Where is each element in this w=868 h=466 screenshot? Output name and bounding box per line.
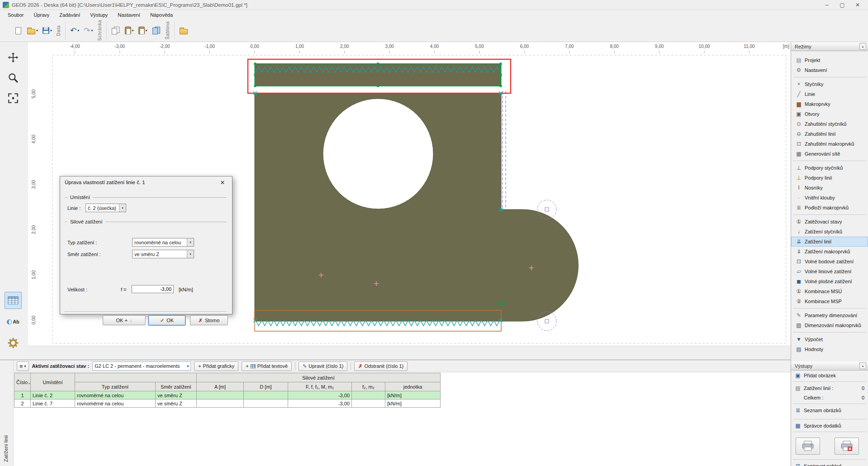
cell-d[interactable] — [244, 391, 288, 399]
pan-tool-button[interactable] — [5, 49, 22, 66]
col-header-smer[interactable]: Směr zatížení — [156, 382, 197, 391]
close-icon[interactable]: ✕ — [850, 0, 865, 10]
table-view-button[interactable] — [5, 292, 22, 309]
cell-a[interactable] — [197, 399, 244, 408]
chevron-down-icon[interactable]: ▾ — [146, 29, 147, 33]
sidebar-item-load-line[interactable]: ⇊Zatížení linií — [791, 237, 868, 247]
edit-button[interactable]: ✎ Upravit (číslo 1) — [299, 361, 347, 371]
copy-button[interactable] — [109, 21, 122, 40]
dialog-titlebar[interactable]: Úprava vlastností zatížení linie č. 1 ✕ — [60, 176, 232, 188]
sidebar-item-load-joint[interactable]: ↓Zatížení styčníků — [791, 227, 868, 237]
cell-j[interactable]: [kN/m] — [385, 399, 441, 408]
cell-a[interactable] — [197, 391, 244, 399]
drawing-settings-button[interactable] — [5, 334, 22, 352]
annotation-view-button[interactable]: Ab — [5, 313, 22, 330]
redo-button[interactable]: ↷▾ — [82, 21, 95, 40]
sidebar-item-hinge[interactable]: ∙Vnitřní klouby — [791, 193, 868, 203]
remove-button[interactable]: ✗ Odstranit (číslo 1) — [354, 361, 408, 371]
sidebar-item-mesh[interactable]: ▦Generování sítě — [791, 149, 868, 159]
cell-c[interactable]: 2 — [14, 399, 31, 408]
table-row[interactable]: 1Linie č. 2rovnoměrné na celouve směru Z… — [14, 391, 441, 399]
sidebar-item-project[interactable]: ▤Projekt — [791, 55, 868, 65]
sidebar-item-joints[interactable]: ×Styčníky — [791, 79, 868, 89]
open-file-button[interactable]: ▾ — [25, 21, 40, 40]
picture-list-button[interactable]: ≣ Seznam obrázků — [791, 405, 868, 415]
magnitude-input[interactable] — [132, 285, 174, 293]
sidebar-item-support-line[interactable]: ⊥Podpory linií — [791, 173, 868, 183]
sidebar-item-design-macro[interactable]: ▨Dimenzování makroprvků — [791, 320, 868, 330]
cell-f2[interactable] — [352, 391, 385, 399]
template-open-button[interactable] — [177, 21, 190, 40]
print-button[interactable] — [796, 437, 820, 455]
cell-f[interactable]: -3,00 — [288, 399, 352, 408]
sidebar-item-opening[interactable]: ▣Otvory — [791, 109, 868, 119]
active-load-case-select[interactable]: G2 LC 2 - permanent - macroelements ▾ — [92, 361, 191, 371]
menu-nastaveni[interactable]: Nastavení — [113, 11, 145, 19]
fit-view-button[interactable] — [5, 90, 22, 107]
cell-f[interactable]: -3,00 — [288, 391, 352, 399]
col-header-typ[interactable]: Typ zatížení — [75, 382, 156, 391]
col-header-umisteni[interactable]: Umístění — [31, 373, 75, 391]
sidebar-item-combo2[interactable]: ②Kombinace MSP — [791, 296, 868, 306]
sidebar-item-combo1[interactable]: ①Kombinace MSÚ — [791, 286, 868, 296]
line-select[interactable]: č. 2 (úsečka) ▾ — [85, 204, 126, 212]
add-picture-button[interactable]: ▣ Přidat obrázek — [791, 371, 868, 380]
ok-plus-button[interactable]: OK + ↓ — [103, 315, 146, 325]
col-header-f[interactable]: F, f, f₁, M, m₁ — [288, 382, 352, 391]
add-graphically-button[interactable]: + Přidat graficky — [194, 361, 238, 371]
new-file-button[interactable] — [12, 21, 24, 40]
paste-button[interactable]: ▾ — [123, 21, 136, 40]
sidebar-item-beam[interactable]: ⅠNosníky — [791, 183, 868, 193]
cell-f2[interactable] — [352, 399, 385, 408]
sidebar-item-free-line[interactable]: ▱Volné liniové zatížení — [791, 266, 868, 276]
chevron-down-icon[interactable]: ▾ — [36, 29, 38, 33]
cell-t[interactable]: rovnoměrné na celou — [75, 399, 156, 408]
annex-manager-button[interactable]: ▦ Správce dodatků — [791, 421, 868, 430]
close-icon[interactable]: ✕ — [218, 179, 228, 186]
col-header-a[interactable]: A [m] — [197, 382, 244, 391]
undo-button[interactable]: ↶▾ — [68, 21, 81, 40]
sidebar-item-refine-line[interactable]: ⊖Zahuštění linií — [791, 129, 868, 139]
sidebar-item-refine-joint[interactable]: ⊙Zahuštění styčníků — [791, 119, 868, 129]
menu-zadavani[interactable]: Zadávání — [54, 11, 85, 19]
sidebar-item-analysis[interactable]: ▼Výpočet — [791, 334, 868, 344]
chevron-up-icon[interactable]: ▴ — [859, 43, 866, 50]
sidebar-item-loadcase[interactable]: ①Zatěžovací stavy — [791, 217, 868, 227]
sidebar-item-refine-macro[interactable]: ⊡Zahuštění makroprvků — [791, 139, 868, 149]
menu-napoveda[interactable]: Nápověda — [145, 11, 178, 19]
chevron-down-icon[interactable]: ▾ — [91, 29, 93, 33]
cell-c[interactable]: 1 — [14, 391, 31, 399]
cell-t[interactable]: rovnoměrné na celou — [75, 391, 156, 399]
menu-vystupy[interactable]: Výstupy — [85, 11, 113, 19]
maximize-icon[interactable]: ▢ — [835, 0, 850, 10]
menu-soubor[interactable]: Soubor — [3, 11, 28, 19]
sidebar-item-free-area[interactable]: ◼Volné plošné zatížení — [791, 276, 868, 286]
table-row[interactable]: 2Linie č. 7rovnoměrné na celouve směru Z… — [14, 399, 441, 408]
sidebar-item-line[interactable]: ╱Linie — [791, 89, 868, 99]
sidebar-item-gear[interactable]: ⚙Nastavení — [791, 65, 868, 75]
cell-s[interactable]: ve směru Z — [156, 391, 197, 399]
ok-button[interactable]: ✓ OK — [148, 315, 185, 325]
load-type-select[interactable]: rovnoměrné na celou ▾ — [132, 238, 194, 247]
save-button[interactable]: ▾ — [41, 21, 54, 40]
cell-j[interactable]: [kN/m] — [385, 391, 441, 399]
cell-u[interactable]: Linie č. 2 — [31, 391, 75, 399]
minimize-icon[interactable]: – — [819, 0, 835, 10]
zoom-tool-button[interactable] — [5, 69, 22, 86]
sidebar-item-values[interactable]: ▤Hodnoty — [791, 344, 868, 354]
col-header-f2[interactable]: f₂, m₂ — [352, 382, 385, 391]
menu-upravy[interactable]: Úpravy — [28, 11, 54, 19]
list-menu-button[interactable]: ≡ ▾ — [17, 361, 29, 371]
chevron-down-icon[interactable]: ▾ — [132, 29, 134, 33]
sidebar-item-free-point[interactable]: ⊡Volné bodové zatížení — [791, 257, 868, 266]
chevron-up-icon[interactable]: ▴ — [859, 362, 866, 369]
copy-view-button[interactable]: ⊞ Kopírovat pohled — [791, 461, 868, 466]
sidebar-item-design-params[interactable]: ✎Parametry dimenzování — [791, 310, 868, 320]
cell-u[interactable]: Linie č. 7 — [31, 399, 75, 408]
sidebar-item-macro[interactable]: ▆Makroprvky — [791, 99, 868, 109]
col-header-cislo[interactable]: Číslo▴ — [14, 373, 31, 391]
cell-s[interactable]: ve směru Z — [156, 399, 197, 408]
paste-special-button[interactable]: ▾ — [137, 21, 149, 40]
sidebar-item-support-joint[interactable]: ⊥Podpory styčníků — [791, 163, 868, 173]
chevron-down-icon[interactable]: ▾ — [50, 29, 52, 33]
